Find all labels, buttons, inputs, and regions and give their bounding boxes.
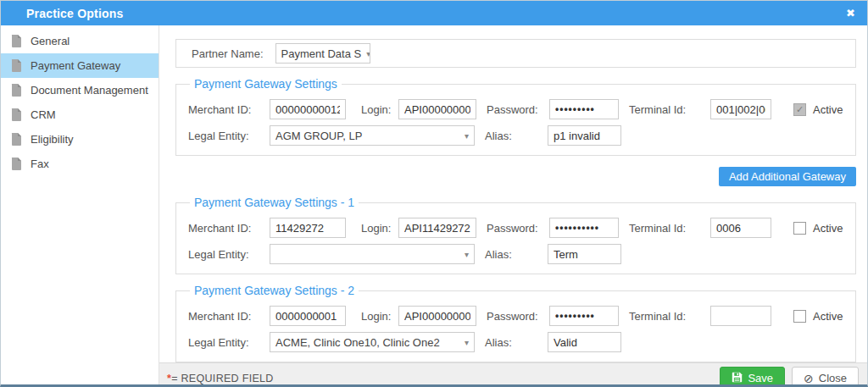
password-label: Password: xyxy=(487,222,549,235)
file-icon xyxy=(11,59,22,72)
merchant-id-input[interactable] xyxy=(270,218,346,238)
chevron-down-icon: ▾ xyxy=(459,338,469,347)
login-input[interactable] xyxy=(398,218,476,238)
password-input[interactable] xyxy=(549,306,619,326)
alias-label: Alias: xyxy=(485,248,548,261)
close-icon[interactable]: ✖ xyxy=(846,8,855,19)
payment-gateway-settings-section-0: Payment Gateway Settings Merchant ID: Lo… xyxy=(175,77,856,156)
required-field-note: *= REQUIRED FIELD xyxy=(167,373,274,384)
login-input[interactable] xyxy=(398,99,476,119)
terminal-id-label: Terminal Id: xyxy=(629,222,710,235)
sidebar-item-label: Fax xyxy=(31,158,49,170)
cancel-circle-icon: ⊘ xyxy=(804,373,814,384)
alias-label: Alias: xyxy=(485,336,548,349)
chevron-down-icon: ▾ xyxy=(361,49,370,58)
partner-name-value: Payment Data S xyxy=(281,47,362,60)
file-icon xyxy=(11,133,22,146)
alias-label: Alias: xyxy=(485,130,548,142)
file-icon xyxy=(11,158,22,170)
payment-gateway-settings-section-1: Payment Gateway Settings - 1 Merchant ID… xyxy=(175,196,856,274)
active-label: Active xyxy=(813,222,843,235)
options-sidebar: General Payment Gateway Document Managem… xyxy=(1,25,159,384)
dialog-footer: *= REQUIRED FIELD Save ⊘ Close xyxy=(159,362,867,387)
section-legend: Payment Gateway Settings xyxy=(190,77,342,91)
password-input[interactable] xyxy=(549,218,619,238)
section-legend: Payment Gateway Settings - 1 xyxy=(190,196,359,209)
password-input[interactable] xyxy=(549,99,619,119)
merchant-id-label: Merchant ID: xyxy=(188,103,270,116)
partner-name-label: Partner Name: xyxy=(192,47,264,60)
sidebar-item-document-management[interactable]: Document Management xyxy=(1,78,159,102)
partner-name-select[interactable]: Payment Data S ▾ xyxy=(275,43,370,64)
sidebar-item-label: Eligibility xyxy=(31,133,74,146)
legal-entity-select[interactable]: ACME, Clinic One10, Clinic One2 ▾ xyxy=(270,332,475,352)
sidebar-item-crm[interactable]: CRM xyxy=(1,102,159,127)
password-label: Password: xyxy=(487,310,549,323)
save-button[interactable]: Save xyxy=(720,367,785,387)
login-input[interactable] xyxy=(398,306,476,326)
payment-gateway-settings-section-2: Payment Gateway Settings - 2 Merchant ID… xyxy=(175,284,856,362)
terminal-id-input[interactable] xyxy=(710,99,771,119)
chevron-down-icon: ▾ xyxy=(459,250,469,259)
sidebar-item-general[interactable]: General xyxy=(1,29,159,53)
login-label: Login: xyxy=(361,103,398,116)
merchant-id-input[interactable] xyxy=(270,306,346,326)
sidebar-item-payment-gateway[interactable]: Payment Gateway xyxy=(1,53,159,78)
sidebar-item-eligibility[interactable]: Eligibility xyxy=(1,127,159,152)
login-label: Login: xyxy=(361,222,398,235)
legal-entity-select[interactable]: AGM GROUP, LP ▾ xyxy=(270,125,475,146)
terminal-id-label: Terminal Id: xyxy=(629,103,710,116)
active-label: Active xyxy=(813,310,843,323)
alias-input[interactable] xyxy=(548,244,621,264)
sidebar-item-label: Document Management xyxy=(31,84,148,97)
terminal-id-input[interactable] xyxy=(710,218,771,238)
active-checkbox[interactable] xyxy=(793,222,806,235)
sidebar-item-label: Payment Gateway xyxy=(31,59,120,72)
sidebar-item-label: General xyxy=(31,35,70,47)
file-icon xyxy=(11,108,22,121)
dialog-titlebar: Practice Options ✖ xyxy=(1,1,867,25)
legal-entity-label: Legal Entity: xyxy=(188,248,270,261)
save-icon xyxy=(732,372,743,385)
sidebar-item-fax[interactable]: Fax xyxy=(1,152,159,176)
merchant-id-label: Merchant ID: xyxy=(188,310,270,323)
active-checkbox[interactable] xyxy=(793,103,806,116)
sidebar-item-label: CRM xyxy=(31,108,56,121)
legal-entity-label: Legal Entity: xyxy=(188,130,270,142)
password-label: Password: xyxy=(487,103,549,116)
active-label: Active xyxy=(813,103,843,116)
chevron-down-icon: ▾ xyxy=(459,131,469,141)
legal-entity-label: Legal Entity: xyxy=(188,336,270,349)
alias-input[interactable] xyxy=(548,125,621,146)
legal-entity-value: ACME, Clinic One10, Clinic One2 xyxy=(275,336,440,349)
close-button-label: Close xyxy=(819,372,847,384)
close-button[interactable]: ⊘ Close xyxy=(792,367,859,387)
merchant-id-label: Merchant ID: xyxy=(188,222,270,235)
login-label: Login: xyxy=(361,310,398,323)
file-icon xyxy=(11,35,22,47)
active-checkbox[interactable] xyxy=(793,310,806,323)
section-legend: Payment Gateway Settings - 2 xyxy=(190,284,359,297)
dialog-title: Practice Options xyxy=(26,7,123,20)
legal-entity-value: AGM GROUP, LP xyxy=(275,130,362,142)
file-icon xyxy=(11,84,22,97)
alias-input[interactable] xyxy=(548,332,621,352)
payment-gateway-panel: Partner Name: Payment Data S ▾ Payment G… xyxy=(159,25,867,362)
save-button-label: Save xyxy=(748,372,773,384)
legal-entity-select[interactable]: ▾ xyxy=(270,244,475,264)
terminal-id-input[interactable] xyxy=(710,306,771,326)
practice-options-dialog: Practice Options ✖ General Payment Gatew… xyxy=(0,0,868,387)
partner-name-row: Partner Name: Payment Data S ▾ xyxy=(175,39,856,68)
add-additional-gateway-button[interactable]: Add Additional Gateway xyxy=(719,167,856,186)
merchant-id-input[interactable] xyxy=(270,99,346,119)
terminal-id-label: Terminal Id: xyxy=(629,310,710,323)
